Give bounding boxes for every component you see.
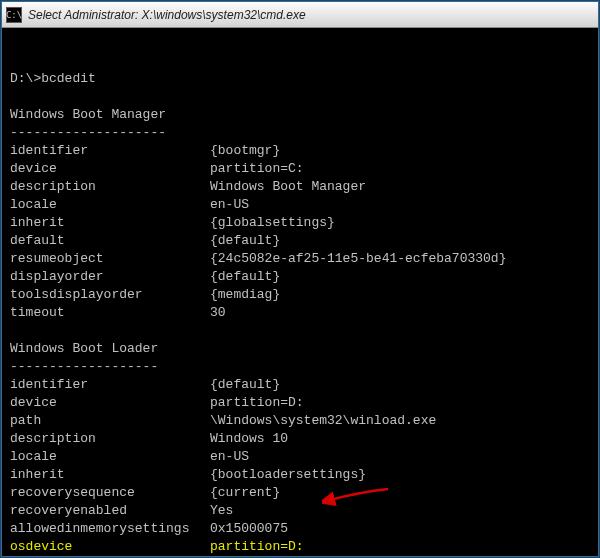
output-row: path\Windows\system32\winload.exe: [10, 412, 590, 430]
row-key: osdevice: [10, 538, 210, 556]
row-value: partition=C:: [210, 160, 590, 178]
row-key: locale: [10, 448, 210, 466]
row-value: {24c5082e-af25-11e5-be41-ecfeba70330d}: [210, 250, 590, 268]
row-key: path: [10, 412, 210, 430]
output-row: displayorder{default}: [10, 268, 590, 286]
row-value: partition=D:: [210, 394, 590, 412]
row-key: default: [10, 232, 210, 250]
cmd-window: C:\ Select Administrator: X:\windows\sys…: [1, 1, 599, 557]
row-key: device: [10, 160, 210, 178]
row-key: inherit: [10, 466, 210, 484]
row-key: identifier: [10, 376, 210, 394]
row-value: Windows 10: [210, 430, 590, 448]
section-divider: --------------------: [10, 124, 590, 142]
output-row: toolsdisplayorder{memdiag}: [10, 286, 590, 304]
row-value: {current}: [210, 484, 590, 502]
row-value: {memdiag}: [210, 286, 590, 304]
row-key: resumeobject: [10, 250, 210, 268]
output-row: devicepartition=C:: [10, 160, 590, 178]
output-row: identifier{default}: [10, 376, 590, 394]
row-value: \Windows\system32\winload.exe: [210, 412, 590, 430]
row-key: description: [10, 178, 210, 196]
row-value: partition=D:: [210, 538, 590, 556]
terminal-output[interactable]: D:\>bcdedit Windows Boot Manager--------…: [2, 28, 598, 556]
output-row: recoveryenabledYes: [10, 502, 590, 520]
row-key: identifier: [10, 142, 210, 160]
output-row: resumeobject{24c5082e-af25-11e5-be41-ecf…: [10, 250, 590, 268]
output-row: timeout30: [10, 304, 590, 322]
row-value: 30: [210, 304, 590, 322]
row-key: recoveryenabled: [10, 502, 210, 520]
row-key: recoverysequence: [10, 484, 210, 502]
output-row: descriptionWindows 10: [10, 430, 590, 448]
row-key: toolsdisplayorder: [10, 286, 210, 304]
titlebar[interactable]: C:\ Select Administrator: X:\windows\sys…: [2, 2, 598, 28]
output-row: osdevicepartition=D:: [10, 538, 590, 556]
output-row: localeen-US: [10, 196, 590, 214]
row-value: en-US: [210, 196, 590, 214]
blank-line: [10, 88, 590, 106]
row-value: Windows Boot Manager: [210, 178, 590, 196]
row-value: {globalsettings}: [210, 214, 590, 232]
row-value: en-US: [210, 448, 590, 466]
row-value: {bootloadersettings}: [210, 466, 590, 484]
output-row: devicepartition=D:: [10, 394, 590, 412]
output-row: recoverysequence{current}: [10, 484, 590, 502]
row-key: inherit: [10, 214, 210, 232]
blank-line: [10, 322, 590, 340]
row-value: {default}: [210, 268, 590, 286]
row-value: 0x15000075: [210, 520, 590, 538]
row-key: locale: [10, 196, 210, 214]
output-row: allowedinmemorysettings0x15000075: [10, 520, 590, 538]
window-title: Select Administrator: X:\windows\system3…: [28, 8, 306, 22]
prompt-line: D:\>bcdedit: [10, 70, 590, 88]
output-row: descriptionWindows Boot Manager: [10, 178, 590, 196]
output-row: inherit{bootloadersettings}: [10, 466, 590, 484]
section-header: Windows Boot Loader: [10, 340, 590, 358]
row-value: Yes: [210, 502, 590, 520]
row-key: allowedinmemorysettings: [10, 520, 210, 538]
output-row: inherit{globalsettings}: [10, 214, 590, 232]
row-key: description: [10, 430, 210, 448]
output-row: default{default}: [10, 232, 590, 250]
row-key: device: [10, 394, 210, 412]
row-value: {default}: [210, 232, 590, 250]
output-row: identifier{bootmgr}: [10, 142, 590, 160]
section-divider: -------------------: [10, 358, 590, 376]
row-key: displayorder: [10, 268, 210, 286]
cmd-icon: C:\: [6, 7, 22, 23]
row-key: timeout: [10, 304, 210, 322]
row-value: {default}: [210, 376, 590, 394]
section-header: Windows Boot Manager: [10, 106, 590, 124]
output-row: localeen-US: [10, 448, 590, 466]
row-value: {bootmgr}: [210, 142, 590, 160]
